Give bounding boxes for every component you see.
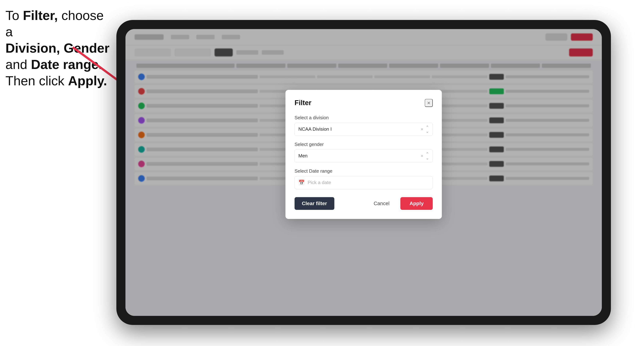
modal-footer: Clear filter Cancel Apply <box>294 197 433 210</box>
gender-select-controls: × ⌃⌄ <box>421 152 429 160</box>
calendar-icon: 📅 <box>298 179 305 185</box>
instruction-bold-filter: Filter, <box>23 8 58 23</box>
clear-filter-button[interactable]: Clear filter <box>294 197 334 210</box>
filter-modal: Filter × Select a division NCAA Division… <box>286 90 442 219</box>
division-arrow-icon[interactable]: ⌃⌄ <box>426 125 429 134</box>
gender-arrow-icon[interactable]: ⌃⌄ <box>426 152 429 160</box>
division-clear-icon[interactable]: × <box>421 127 423 132</box>
instruction-bold-division-gender: Division, Gender <box>6 41 110 55</box>
tablet-frame: Filter × Select a division NCAA Division… <box>116 20 611 325</box>
gender-clear-icon[interactable]: × <box>421 153 423 159</box>
gender-label: Select gender <box>294 142 433 147</box>
date-range-input[interactable]: 📅 Pick a date <box>294 176 433 189</box>
modal-header: Filter × <box>294 99 433 107</box>
gender-select[interactable]: Men × ⌃⌄ <box>294 149 433 163</box>
instruction-bold-apply: Apply. <box>68 74 107 88</box>
division-select-controls: × ⌃⌄ <box>421 125 429 134</box>
division-select[interactable]: NCAA Division I × ⌃⌄ <box>294 123 433 136</box>
division-field: Select a division NCAA Division I × ⌃⌄ <box>294 115 433 136</box>
cancel-button[interactable]: Cancel <box>366 197 397 210</box>
tablet-screen: Filter × Select a division NCAA Division… <box>126 29 602 316</box>
division-select-value: NCAA Division I <box>298 126 332 132</box>
date-range-field: Select Date range 📅 Pick a date <box>294 168 433 189</box>
apply-button[interactable]: Apply <box>400 197 433 210</box>
gender-select-value: Men <box>298 153 308 159</box>
modal-close-button[interactable]: × <box>425 99 433 107</box>
date-range-label: Select Date range <box>294 168 433 174</box>
instruction-bold-date: Date range. <box>31 57 102 72</box>
gender-field: Select gender Men × ⌃⌄ <box>294 142 433 163</box>
modal-backdrop: Filter × Select a division NCAA Division… <box>126 29 602 316</box>
instruction-text: To Filter, choose a Division, Gender and… <box>6 7 111 89</box>
date-placeholder: Pick a date <box>308 180 331 185</box>
modal-footer-actions: Cancel Apply <box>366 197 433 210</box>
division-label: Select a division <box>294 115 433 121</box>
modal-title: Filter <box>294 99 312 107</box>
